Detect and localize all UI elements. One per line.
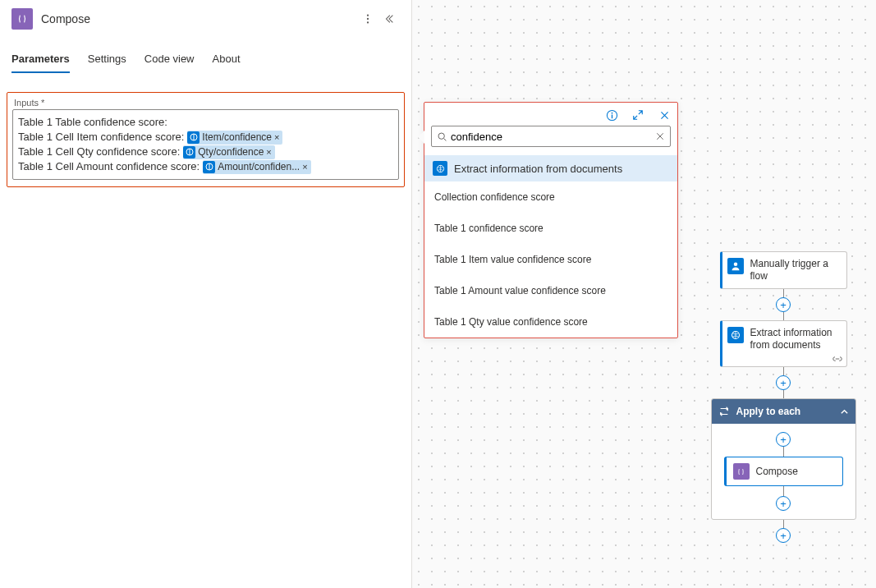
- info-icon[interactable]: [603, 107, 620, 123]
- picker-item[interactable]: Collection confidence score: [424, 181, 677, 213]
- svg-point-11: [438, 133, 444, 139]
- compose-icon: [11, 8, 33, 30]
- token-item-confidence[interactable]: Item/confidence ×: [187, 131, 282, 145]
- loop-icon: [718, 406, 730, 417]
- close-icon[interactable]: [656, 107, 672, 123]
- picker-item[interactable]: Table 1 Amount value confidence score: [424, 275, 677, 306]
- svg-point-0: [367, 14, 369, 16]
- connector: [783, 367, 784, 375]
- tabs: Parameters Settings Code view About: [0, 48, 411, 74]
- card-label: Compose: [756, 466, 798, 477]
- token-remove-icon[interactable]: ×: [302, 159, 307, 174]
- connector: [783, 447, 784, 457]
- token-qty-confidence[interactable]: Qty/confidence ×: [183, 145, 274, 159]
- input-text: Table 1 Cell Item confidence score:: [18, 130, 184, 145]
- picker-item[interactable]: Table 1 confidence score: [424, 213, 677, 244]
- panel-compose: Compose Parameters Settings Code view Ab…: [0, 0, 412, 588]
- search-input[interactable]: [447, 131, 655, 143]
- tab-codeview[interactable]: Code view: [144, 48, 195, 73]
- connector: [783, 289, 784, 297]
- loop-header[interactable]: Apply to each: [712, 399, 855, 424]
- picker-section-title: Extract information from documents: [454, 163, 622, 175]
- doc-ai-icon: [727, 327, 744, 343]
- token-label: Item/confidence: [202, 130, 272, 145]
- doc-ai-icon: [433, 161, 447, 176]
- inputs-label: Inputs *: [12, 98, 399, 109]
- tab-settings[interactable]: Settings: [88, 48, 126, 73]
- card-label: Extract information from documents: [750, 327, 840, 351]
- svg-rect-10: [611, 114, 612, 118]
- tab-parameters[interactable]: Parameters: [11, 48, 70, 73]
- token-icon: [187, 131, 200, 144]
- token-label: Qty/confidence: [198, 145, 264, 159]
- tab-about[interactable]: About: [213, 48, 241, 73]
- connector: [783, 520, 784, 528]
- card-label: Manually trigger a flow: [750, 258, 840, 283]
- popup-caret: [418, 131, 424, 144]
- add-step-button[interactable]: +: [776, 432, 791, 447]
- connector: [783, 390, 784, 398]
- token-label: Amount/confiden...: [218, 159, 300, 174]
- svg-point-1: [367, 18, 369, 20]
- collapse-icon[interactable]: [378, 8, 400, 30]
- card-compose-inner[interactable]: Compose: [724, 457, 843, 486]
- compose-icon: [733, 463, 750, 480]
- card-extract[interactable]: Extract information from documents: [720, 320, 847, 367]
- picker-item[interactable]: Table 1 Item value confidence score: [424, 244, 677, 275]
- loop-title: Apply to each: [736, 406, 801, 417]
- link-icon: [832, 355, 842, 363]
- add-step-button[interactable]: +: [776, 496, 791, 511]
- loop-apply-to-each: Apply to each + Compose +: [711, 398, 856, 520]
- inputs-textarea[interactable]: Table 1 Table confidence score: Table 1 …: [12, 109, 399, 180]
- add-step-button[interactable]: +: [776, 297, 791, 312]
- token-icon: [183, 146, 195, 158]
- svg-point-2: [367, 21, 369, 23]
- panel-title: Compose: [41, 12, 357, 25]
- picker-item[interactable]: Table 1 Qty value confidence score: [424, 306, 677, 338]
- connector: [783, 312, 784, 320]
- token-icon: [203, 161, 215, 173]
- card-trigger[interactable]: Manually trigger a flow: [720, 251, 847, 289]
- input-text: Table 1 Cell Qty confidence score:: [18, 145, 180, 159]
- picker-section-header[interactable]: Extract information from documents: [424, 155, 677, 181]
- panel-header: Compose: [0, 0, 411, 38]
- search-icon: [437, 131, 447, 142]
- connector: [783, 486, 784, 496]
- person-icon: [727, 258, 744, 274]
- svg-point-6: [733, 263, 737, 267]
- loop-body: + Compose +: [712, 424, 855, 519]
- input-text: Table 1 Cell Amount confidence score:: [18, 159, 200, 174]
- flow-column: Manually trigger a flow + Extract inform…: [718, 251, 849, 543]
- more-icon[interactable]: [357, 8, 378, 30]
- popup-toolbar: [424, 103, 677, 126]
- add-step-button[interactable]: +: [776, 528, 791, 543]
- dynamic-content-picker: Extract information from documents Colle…: [424, 102, 678, 338]
- svg-point-9: [611, 112, 612, 113]
- token-amount-confidence[interactable]: Amount/confiden... ×: [203, 160, 311, 174]
- search-input-wrap: [431, 126, 671, 147]
- clear-search-icon[interactable]: [655, 131, 665, 141]
- input-text: Table 1 Table confidence score:: [18, 115, 167, 130]
- expand-icon[interactable]: [630, 107, 646, 123]
- token-remove-icon[interactable]: ×: [266, 145, 271, 159]
- inputs-section: Inputs * Table 1 Table confidence score:…: [7, 92, 405, 187]
- token-remove-icon[interactable]: ×: [274, 130, 279, 145]
- chevron-up-icon[interactable]: [840, 407, 849, 416]
- add-step-button[interactable]: +: [776, 375, 791, 390]
